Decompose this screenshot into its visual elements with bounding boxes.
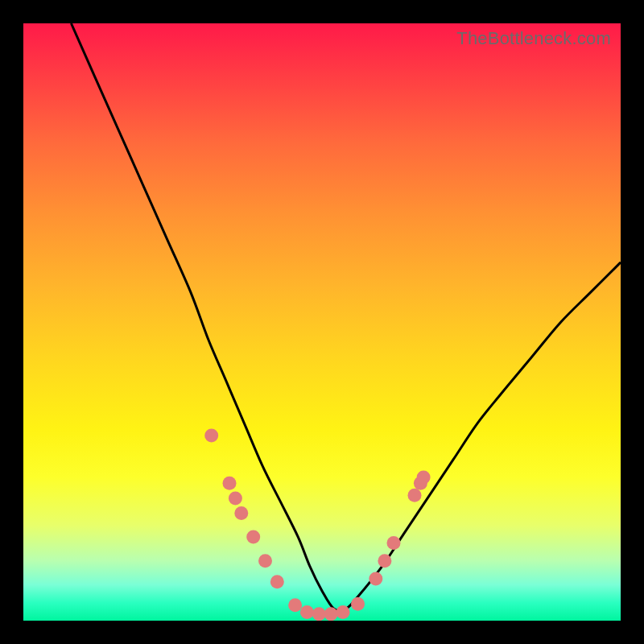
- bottleneck-curve: [71, 23, 621, 611]
- highlight-marker: [288, 598, 302, 612]
- highlight-marker: [369, 572, 382, 586]
- highlight-marker: [414, 477, 427, 490]
- highlight-marker: [300, 605, 314, 619]
- marker-layer: [204, 429, 430, 621]
- highlight-marker: [223, 477, 237, 490]
- highlight-marker: [234, 506, 248, 520]
- highlight-marker: [417, 470, 431, 484]
- highlight-marker: [387, 536, 401, 550]
- highlight-marker: [324, 607, 338, 621]
- highlight-marker: [378, 554, 391, 568]
- highlight-marker: [336, 605, 350, 619]
- curve-layer: [71, 23, 621, 611]
- watermark-text: TheBottleneck.com: [456, 28, 611, 49]
- highlight-marker: [246, 530, 260, 544]
- highlight-marker: [312, 607, 326, 621]
- highlight-marker: [408, 489, 422, 502]
- chart-plot-area: TheBottleneck.com: [23, 23, 621, 621]
- highlight-marker: [270, 575, 284, 588]
- highlight-marker: [351, 597, 365, 611]
- highlight-marker: [258, 554, 272, 568]
- highlight-marker: [204, 429, 218, 443]
- highlight-marker: [229, 491, 242, 505]
- chart-svg: [23, 23, 621, 621]
